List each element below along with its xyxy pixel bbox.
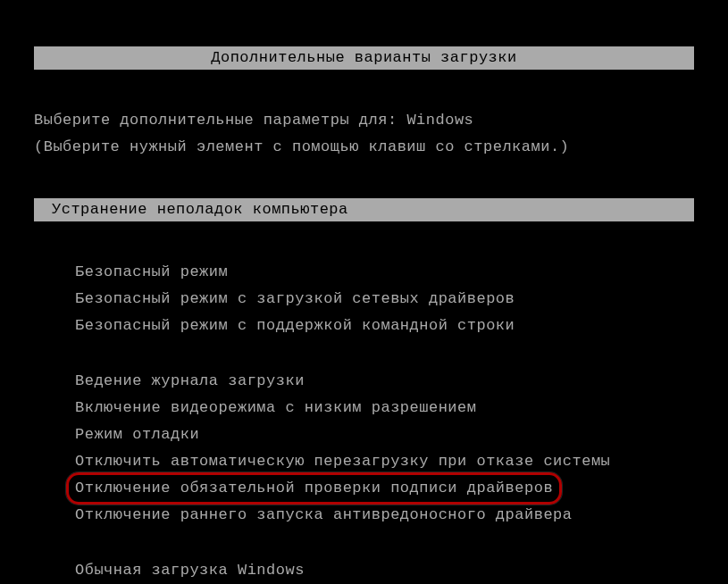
menu-item-label: Отключение обязательной проверки подписи… [75, 480, 553, 496]
menu-group-safemode: Безопасный режим Безопасный режим с загр… [75, 259, 728, 339]
menu-item-disable-driver-signature[interactable]: Отключение обязательной проверки подписи… [75, 475, 553, 502]
menu-item-safe-mode[interactable]: Безопасный режим [75, 259, 728, 286]
menu-group-advanced: Ведение журнала загрузки Включение видео… [75, 368, 728, 529]
boot-options-screen: Дополнительные варианты загрузки Выберит… [0, 0, 728, 584]
page-title: Дополнительные варианты загрузки [34, 46, 694, 70]
prompt-prefix: Выберите дополнительные параметры для: [34, 112, 406, 129]
prompt-line-1: Выберите дополнительные параметры для: W… [34, 107, 728, 134]
menu-item-safe-mode-command[interactable]: Безопасный режим с поддержкой командной … [75, 313, 728, 339]
menu-section: Безопасный режим Безопасный режим с загр… [75, 259, 728, 584]
menu-item-debug-mode[interactable]: Режим отладки [75, 421, 728, 448]
menu-item-disable-auto-restart[interactable]: Отключить автоматическую перезагрузку пр… [75, 448, 728, 475]
menu-item-repair-computer[interactable]: Устранение неполадок компьютера [34, 198, 694, 221]
menu-group-normal: Обычная загрузка Windows [75, 557, 728, 584]
menu-item-disable-early-antimalware[interactable]: Отключение раннего запуска антивредоносн… [75, 502, 728, 529]
menu-item-low-res-video[interactable]: Включение видеорежима с низким разрешени… [75, 395, 728, 421]
prompt-line-2: (Выберите нужный элемент с помощью клави… [34, 134, 728, 161]
menu-item-boot-logging[interactable]: Ведение журнала загрузки [75, 368, 728, 395]
menu-item-safe-mode-networking[interactable]: Безопасный режим с загрузкой сетевых дра… [75, 286, 728, 313]
os-name: Windows [406, 112, 473, 129]
menu-item-start-normally[interactable]: Обычная загрузка Windows [75, 557, 728, 584]
prompt-section: Выберите дополнительные параметры для: W… [34, 107, 728, 161]
